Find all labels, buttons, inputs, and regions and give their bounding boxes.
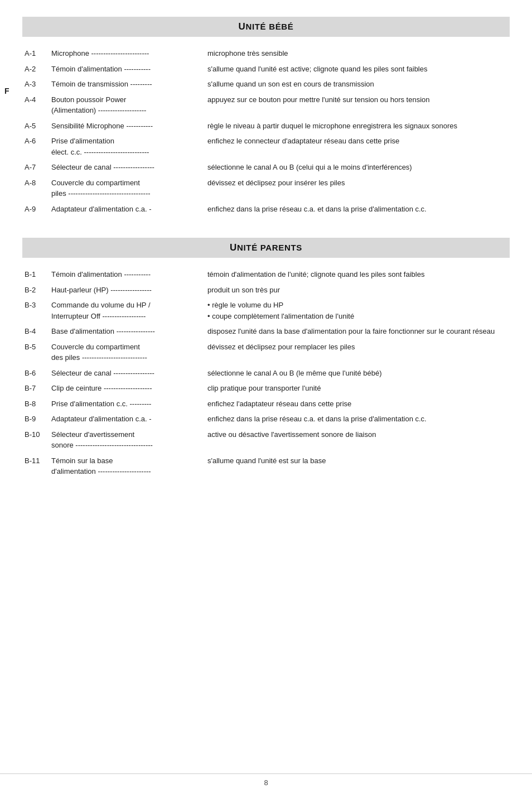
item-label: Prise d'alimentationélect. c.c. --------… <box>49 134 205 161</box>
item-id: A-4 <box>22 93 49 119</box>
item-id: B-9 <box>22 412 49 428</box>
item-id: A-7 <box>22 161 49 176</box>
item-description: s'allume quand l'unité est sur la base <box>205 454 510 480</box>
section-unite-parents: UNITÉ PARENTS B-1Témoin d'alimentation -… <box>22 238 510 480</box>
item-description: enfichez l'adaptateur réseau dans cette … <box>205 397 510 413</box>
item-id: A-8 <box>22 176 49 203</box>
item-label: Témoin d'alimentation ----------- <box>49 63 205 78</box>
item-description: enfichez dans la prise réseau c.a. et da… <box>205 203 510 218</box>
item-label: Bouton poussoir Power(Alimentation) ----… <box>49 93 205 119</box>
f-marker: F <box>4 86 9 95</box>
item-description: règle le niveau à partir duquel le micro… <box>205 119 510 135</box>
item-label: Témoin d'alimentation ----------- <box>49 268 205 283</box>
item-id: A-1 <box>22 47 49 63</box>
item-id: B-6 <box>22 367 49 382</box>
table-row: B-9Adaptateur d'alimentation c.a. -enfic… <box>22 412 510 428</box>
item-description: s'allume quand l'unité est active; clign… <box>205 63 510 78</box>
item-description: enfichez le connecteur d'adaptateur rése… <box>205 134 510 161</box>
item-id: A-2 <box>22 63 49 78</box>
item-label: Commande du volume du HP /Interrupteur O… <box>49 299 205 325</box>
item-id: B-1 <box>22 268 49 283</box>
table-row: B-4Base d'alimentation ----------------d… <box>22 325 510 340</box>
table-row: B-11Témoin sur la based'alimentation ---… <box>22 454 510 480</box>
page-footer: 8 <box>0 773 532 787</box>
item-label: Haut-parleur (HP) ----------------- <box>49 283 205 299</box>
item-description: dévissez et déclipsez pour insérer les p… <box>205 176 510 203</box>
item-label: Base d'alimentation ---------------- <box>49 325 205 340</box>
item-id: B-7 <box>22 382 49 397</box>
page-wrapper: F UNITÉ BÉBÉ A-1Microphone -------------… <box>0 0 532 798</box>
item-description: clip pratique pour transporter l'unité <box>205 382 510 397</box>
item-label: Clip de ceinture -------------------- <box>49 382 205 397</box>
table-row: B-10Sélecteur d'avertissementsonore ----… <box>22 428 510 454</box>
item-label: Sélecteur de canal ----------------- <box>49 161 205 176</box>
table-row: A-8Couvercle du compartimentpiles ------… <box>22 176 510 203</box>
item-label: Témoin sur la based'alimentation -------… <box>49 454 205 480</box>
item-id: B-4 <box>22 325 49 340</box>
table-row: B-8Prise d'alimentation c.c. ---------en… <box>22 397 510 413</box>
table-row: B-1Témoin d'alimentation -----------témo… <box>22 268 510 283</box>
section-title-bebe: UNITÉ BÉBÉ <box>238 21 293 32</box>
item-description: active ou désactive l'avertissement sono… <box>205 428 510 454</box>
item-id: B-10 <box>22 428 49 454</box>
item-id: B-2 <box>22 283 49 299</box>
table-row: B-7Clip de ceinture --------------------… <box>22 382 510 397</box>
section-header-parents: UNITÉ PARENTS <box>22 238 510 258</box>
item-label: Adaptateur d'alimentation c.a. - <box>49 203 205 218</box>
item-description: témoin d'alimentation de l'unité; cligno… <box>205 268 510 283</box>
table-row: A-7Sélecteur de canal -----------------s… <box>22 161 510 176</box>
page-number: 8 <box>264 778 268 787</box>
item-description: dévissez et déclipsez pour remplacer les… <box>205 340 510 367</box>
item-id: B-3 <box>22 299 49 325</box>
item-description: appuyez sur ce bouton pour mettre l'unit… <box>205 93 510 119</box>
table-row: B-6Sélecteur de canal -----------------s… <box>22 367 510 382</box>
table-row: A-4Bouton poussoir Power(Alimentation) -… <box>22 93 510 119</box>
item-id: A-6 <box>22 134 49 161</box>
table-row: A-1Microphone ------------------------mi… <box>22 47 510 63</box>
item-label: Microphone ------------------------ <box>49 47 205 63</box>
item-id: B-11 <box>22 454 49 480</box>
table-row: A-9Adaptateur d'alimentation c.a. -enfic… <box>22 203 510 218</box>
item-label: Témoin de transmission --------- <box>49 78 205 93</box>
item-label: Couvercle du compartimentdes piles -----… <box>49 340 205 367</box>
section-header-bebe: UNITÉ BÉBÉ <box>22 17 510 37</box>
table-row: B-2Haut-parleur (HP) -----------------pr… <box>22 283 510 299</box>
bebe-items-table: A-1Microphone ------------------------mi… <box>22 47 510 218</box>
item-description: enfichez dans la prise réseau c.a. et da… <box>205 412 510 428</box>
item-id: A-5 <box>22 119 49 135</box>
item-description: sélectionne le canal A ou B (le même que… <box>205 367 510 382</box>
item-id: A-9 <box>22 203 49 218</box>
item-description: produit un son très pur <box>205 283 510 299</box>
item-label: Sélecteur d'avertissementsonore --------… <box>49 428 205 454</box>
table-row: A-3Témoin de transmission ---------s'all… <box>22 78 510 93</box>
item-id: A-3 <box>22 78 49 93</box>
item-description: sélectionne le canal A ou B (celui qui a… <box>205 161 510 176</box>
item-label: Sensibilité Microphone ----------- <box>49 119 205 135</box>
item-id: B-8 <box>22 397 49 413</box>
parents-items-table: B-1Témoin d'alimentation -----------témo… <box>22 268 510 480</box>
item-description: s'allume quand un son est en cours de tr… <box>205 78 510 93</box>
item-label: Couvercle du compartimentpiles ---------… <box>49 176 205 203</box>
section-unite-bebe: UNITÉ BÉBÉ A-1Microphone ---------------… <box>22 17 510 218</box>
item-label: Adaptateur d'alimentation c.a. - <box>49 412 205 428</box>
section-title-parents: UNITÉ PARENTS <box>230 242 302 253</box>
item-label: Prise d'alimentation c.c. --------- <box>49 397 205 413</box>
table-row: A-6Prise d'alimentationélect. c.c. -----… <box>22 134 510 161</box>
item-id: B-5 <box>22 340 49 367</box>
table-row: A-2Témoin d'alimentation -----------s'al… <box>22 63 510 78</box>
item-label: Sélecteur de canal ----------------- <box>49 367 205 382</box>
item-description: disposez l'unité dans la base d'alimenta… <box>205 325 510 340</box>
item-description: • règle le volume du HP• coupe complètem… <box>205 299 510 325</box>
table-row: B-3Commande du volume du HP /Interrupteu… <box>22 299 510 325</box>
item-description: microphone très sensible <box>205 47 510 63</box>
table-row: B-5Couvercle du compartimentdes piles --… <box>22 340 510 367</box>
table-row: A-5Sensibilité Microphone -----------règ… <box>22 119 510 135</box>
